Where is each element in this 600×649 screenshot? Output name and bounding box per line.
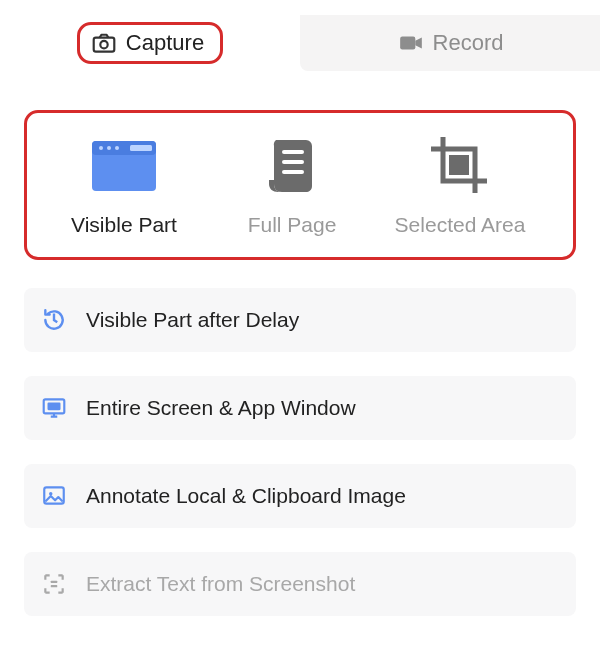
tab-capture-label: Capture	[126, 30, 204, 56]
svg-rect-2	[400, 37, 415, 50]
mode-visible-part-label: Visible Part	[71, 213, 177, 237]
tab-record[interactable]: Record	[300, 15, 600, 71]
option-visible-delay[interactable]: Visible Part after Delay	[24, 288, 576, 352]
svg-rect-17	[51, 581, 58, 583]
mode-visible-part[interactable]: Visible Part	[49, 133, 199, 237]
option-visible-delay-label: Visible Part after Delay	[86, 308, 299, 332]
svg-rect-0	[94, 38, 115, 52]
image-icon	[40, 482, 68, 510]
svg-point-5	[99, 146, 103, 150]
option-annotate-label: Annotate Local & Clipboard Image	[86, 484, 406, 508]
option-annotate[interactable]: Annotate Local & Clipboard Image	[24, 464, 576, 528]
screen-icon	[40, 394, 68, 422]
svg-rect-14	[48, 403, 61, 411]
option-list: Visible Part after Delay Entire Screen &…	[24, 288, 576, 616]
option-entire-screen-label: Entire Screen & App Window	[86, 396, 356, 420]
browser-window-icon	[88, 133, 160, 197]
svg-rect-15	[44, 487, 64, 503]
camera-icon	[90, 29, 118, 57]
delay-icon	[40, 306, 68, 334]
option-extract-text[interactable]: Extract Text from Screenshot	[24, 552, 576, 616]
svg-rect-12	[449, 155, 469, 175]
tab-capture[interactable]: Capture	[0, 8, 300, 78]
svg-rect-18	[51, 585, 58, 587]
svg-point-1	[100, 41, 107, 48]
svg-rect-8	[130, 145, 152, 151]
option-extract-text-label: Extract Text from Screenshot	[86, 572, 355, 596]
capture-modes-highlight: Visible Part Full Page Selected Area	[24, 110, 576, 260]
option-entire-screen[interactable]: Entire Screen & App Window	[24, 376, 576, 440]
svg-rect-10	[282, 160, 304, 164]
svg-point-6	[107, 146, 111, 150]
tab-strip: Capture Record	[0, 8, 600, 78]
mode-selected-area[interactable]: Selected Area	[385, 133, 535, 237]
mode-full-page-label: Full Page	[248, 213, 337, 237]
video-icon	[397, 29, 425, 57]
svg-rect-9	[282, 150, 304, 154]
page-scroll-icon	[256, 133, 328, 197]
mode-full-page[interactable]: Full Page	[217, 133, 367, 237]
mode-selected-area-label: Selected Area	[395, 213, 526, 237]
ocr-icon	[40, 570, 68, 598]
tab-capture-highlight: Capture	[77, 22, 223, 64]
crop-icon	[424, 133, 496, 197]
svg-rect-11	[282, 170, 304, 174]
tab-record-label: Record	[433, 30, 504, 56]
svg-point-7	[115, 146, 119, 150]
